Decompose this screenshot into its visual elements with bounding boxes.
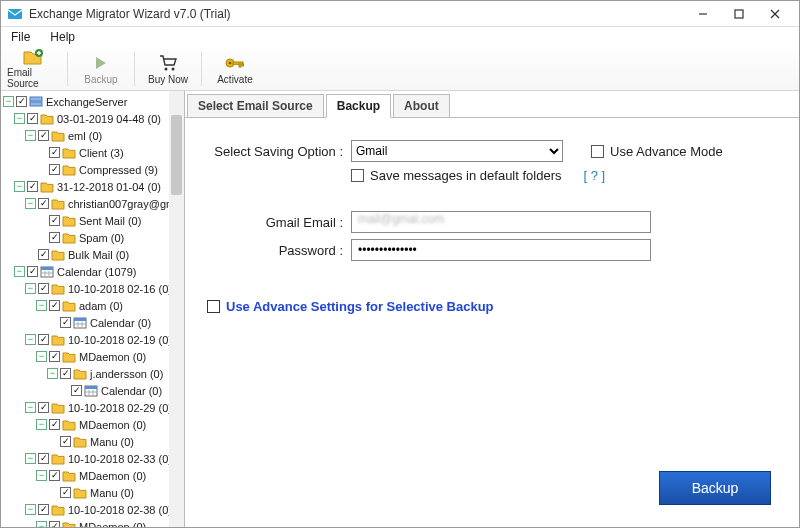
twisty-icon[interactable] bbox=[36, 300, 47, 311]
menu-file[interactable]: File bbox=[7, 30, 34, 44]
tree-checkbox[interactable] bbox=[71, 385, 82, 396]
tree-checkbox[interactable] bbox=[60, 368, 71, 379]
tree-row[interactable]: 10-10-2018 02-16 (0) bbox=[3, 280, 182, 297]
tree-checkbox[interactable] bbox=[60, 487, 71, 498]
twisty-icon[interactable] bbox=[25, 283, 36, 294]
buy-now-button[interactable]: Buy Now bbox=[141, 49, 195, 89]
tree-label: Calendar (0) bbox=[90, 315, 151, 331]
maximize-button[interactable] bbox=[721, 1, 757, 27]
tree-checkbox[interactable] bbox=[49, 147, 60, 158]
tree-row[interactable]: 10-10-2018 02-29 (0) bbox=[3, 399, 182, 416]
tab-about[interactable]: About bbox=[393, 94, 450, 118]
tree-row[interactable]: Spam (0) bbox=[3, 229, 182, 246]
email-source-button[interactable]: Email Source bbox=[7, 49, 61, 89]
gmail-email-field[interactable]: mail@gmal.com bbox=[351, 211, 651, 233]
tree-checkbox[interactable] bbox=[38, 504, 49, 515]
twisty-icon[interactable] bbox=[47, 368, 58, 379]
twisty-icon[interactable] bbox=[36, 351, 47, 362]
activate-button[interactable]: Activate bbox=[208, 49, 262, 89]
tree-row[interactable]: christian007gray@gm bbox=[3, 195, 182, 212]
twisty-icon[interactable] bbox=[3, 96, 14, 107]
gmail-email-label: Gmail Email : bbox=[207, 215, 351, 230]
twisty-icon[interactable] bbox=[25, 198, 36, 209]
tree-row[interactable]: 10-10-2018 02-19 (0) bbox=[3, 331, 182, 348]
tree-row[interactable]: MDaemon (0) bbox=[3, 518, 182, 527]
toolbar-sep bbox=[67, 52, 68, 86]
tree-row[interactable]: 10-10-2018 02-33 (0) bbox=[3, 450, 182, 467]
tree-row[interactable]: Manu (0) bbox=[3, 433, 182, 450]
twisty-icon[interactable] bbox=[25, 504, 36, 515]
tree-row[interactable]: Bulk Mail (0) bbox=[3, 246, 182, 263]
tree-checkbox[interactable] bbox=[49, 232, 60, 243]
app-icon bbox=[7, 6, 23, 22]
tree-row[interactable]: Calendar (1079) bbox=[3, 263, 182, 280]
tree-scrollbar[interactable] bbox=[169, 91, 184, 527]
tree-row[interactable]: adam (0) bbox=[3, 297, 182, 314]
tree-checkbox[interactable] bbox=[49, 419, 60, 430]
tree-checkbox[interactable] bbox=[38, 283, 49, 294]
tree-checkbox[interactable] bbox=[49, 521, 60, 527]
tree-row[interactable]: 31-12-2018 01-04 (0) bbox=[3, 178, 182, 195]
use-advance-mode-checkbox[interactable] bbox=[591, 145, 604, 158]
tree-row[interactable]: Calendar (0) bbox=[3, 382, 182, 399]
tree-checkbox[interactable] bbox=[38, 453, 49, 464]
help-link[interactable]: [ ? ] bbox=[584, 168, 606, 183]
password-field[interactable] bbox=[351, 239, 651, 261]
twisty-icon[interactable] bbox=[36, 521, 47, 527]
tree-checkbox[interactable] bbox=[38, 130, 49, 141]
saving-option-select[interactable]: Gmail bbox=[351, 140, 563, 162]
tree-row[interactable]: Calendar (0) bbox=[3, 314, 182, 331]
twisty-icon[interactable] bbox=[25, 402, 36, 413]
twisty-icon[interactable] bbox=[14, 113, 25, 124]
close-button[interactable] bbox=[757, 1, 793, 27]
backup-button[interactable]: Backup bbox=[659, 471, 771, 505]
tree-row[interactable]: Client (3) bbox=[3, 144, 182, 161]
tree-row[interactable]: j.andersson (0) bbox=[3, 365, 182, 382]
tree-checkbox[interactable] bbox=[60, 317, 71, 328]
tree-checkbox[interactable] bbox=[38, 249, 49, 260]
tree-checkbox[interactable] bbox=[38, 198, 49, 209]
twisty-icon[interactable] bbox=[36, 470, 47, 481]
tree-row[interactable]: MDaemon (0) bbox=[3, 348, 182, 365]
twisty-icon[interactable] bbox=[25, 453, 36, 464]
tree-row[interactable]: MDaemon (0) bbox=[3, 467, 182, 484]
server-icon bbox=[29, 96, 46, 108]
minimize-button[interactable] bbox=[685, 1, 721, 27]
tree-checkbox[interactable] bbox=[49, 164, 60, 175]
tree-row[interactable]: Manu (0) bbox=[3, 484, 182, 501]
tree-checkbox[interactable] bbox=[27, 181, 38, 192]
scrollbar-thumb[interactable] bbox=[171, 115, 182, 195]
tree-checkbox[interactable] bbox=[49, 470, 60, 481]
tree-checkbox[interactable] bbox=[49, 351, 60, 362]
twisty-icon[interactable] bbox=[14, 266, 25, 277]
twisty-icon[interactable] bbox=[14, 181, 25, 192]
tree-checkbox[interactable] bbox=[60, 436, 71, 447]
twisty-icon[interactable] bbox=[25, 334, 36, 345]
tree-row[interactable]: eml (0) bbox=[3, 127, 182, 144]
tree-checkbox[interactable] bbox=[49, 300, 60, 311]
tree-checkbox[interactable] bbox=[49, 215, 60, 226]
tree-row[interactable]: Compressed (9) bbox=[3, 161, 182, 178]
tree-checkbox[interactable] bbox=[38, 402, 49, 413]
tree-checkbox[interactable] bbox=[27, 266, 38, 277]
backup-toolbar-label: Backup bbox=[84, 74, 117, 85]
tab-select-email-source[interactable]: Select Email Source bbox=[187, 94, 324, 118]
tree-row[interactable]: MDaemon (0) bbox=[3, 416, 182, 433]
tree-row[interactable]: 10-10-2018 02-38 (0) bbox=[3, 501, 182, 518]
save-default-checkbox[interactable] bbox=[351, 169, 364, 182]
advance-settings-checkbox[interactable] bbox=[207, 300, 220, 313]
tree-checkbox[interactable] bbox=[16, 96, 27, 107]
twisty-blank bbox=[36, 147, 47, 158]
tree-row[interactable]: ExchangeServer bbox=[3, 93, 182, 110]
tree-checkbox[interactable] bbox=[27, 113, 38, 124]
twisty-icon[interactable] bbox=[25, 130, 36, 141]
twisty-icon[interactable] bbox=[36, 419, 47, 430]
tree-row[interactable]: 03-01-2019 04-48 (0) bbox=[3, 110, 182, 127]
tree-checkbox[interactable] bbox=[38, 334, 49, 345]
menu-help[interactable]: Help bbox=[46, 30, 79, 44]
backup-button-toolbar[interactable]: Backup bbox=[74, 49, 128, 89]
tree-row[interactable]: Sent Mail (0) bbox=[3, 212, 182, 229]
tab-backup[interactable]: Backup bbox=[326, 94, 391, 118]
tree-label: MDaemon (0) bbox=[79, 417, 146, 433]
folder-icon bbox=[51, 334, 68, 346]
